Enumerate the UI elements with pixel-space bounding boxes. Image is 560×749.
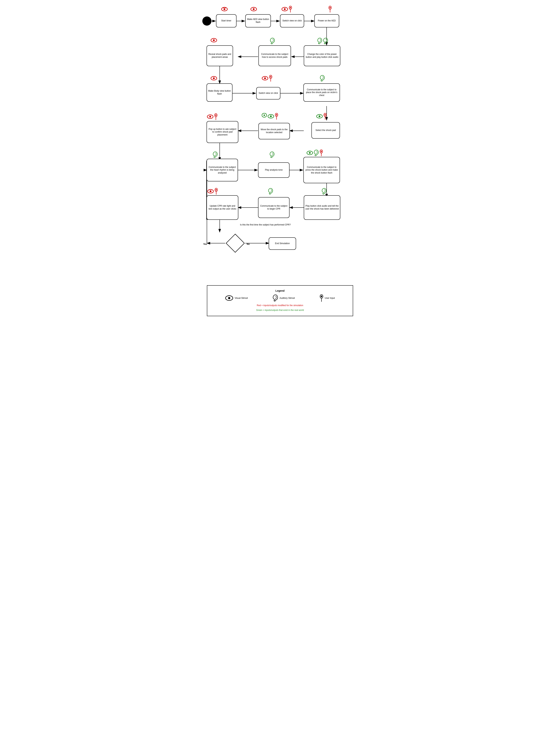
icons-n15 (270, 151, 275, 158)
svg-point-40 (253, 8, 254, 10)
svg-line-63 (213, 76, 213, 77)
node-make-aed-flash: Make AED view button flash (245, 14, 271, 27)
svg-point-66 (264, 77, 266, 79)
node-communicate-place-pads: Communicate to the subject to place the … (304, 83, 340, 102)
svg-line-76 (209, 115, 209, 115)
svg-point-123 (321, 296, 322, 297)
svg-line-58 (213, 38, 213, 39)
svg-line-59 (215, 38, 215, 39)
svg-marker-116 (226, 234, 244, 252)
icons-n9 (262, 75, 272, 82)
svg-line-38 (225, 7, 225, 7)
question-text: Is this the first time the subject has p… (210, 223, 320, 226)
node-popup-confirm-pads: Pop up button to ask subject to confirm … (206, 121, 238, 143)
svg-point-93 (318, 115, 320, 117)
node-reveal-shock-pads: Reveal shock pads and placement areas (206, 45, 233, 66)
diamond-shape (225, 233, 245, 253)
icons-n3 (282, 6, 292, 13)
icons-n16 (307, 150, 323, 156)
legend-visual: Visual Stimuli (225, 295, 248, 301)
svg-line-95 (318, 114, 319, 115)
icons-n5 (210, 38, 217, 42)
node-communicate-press-shock: Communicate to the subject to press the … (304, 157, 340, 183)
svg-point-109 (210, 190, 211, 192)
svg-point-82 (264, 114, 265, 116)
svg-point-53 (330, 7, 331, 8)
icons-n12 (262, 113, 278, 120)
svg-point-45 (284, 8, 286, 10)
node-end-simulation: End Simulation (269, 237, 296, 250)
node-select-shock-pad: Select the shock pad (311, 122, 340, 138)
icons-n18 (268, 188, 273, 195)
node-communicate-analyzing: Communicate to the subject the heart rhy… (206, 159, 238, 181)
svg-line-112 (211, 189, 211, 190)
node-make-body-flash: Make Body view button flash (206, 83, 232, 102)
svg-line-96 (320, 114, 320, 115)
svg-line-64 (215, 76, 215, 77)
node-change-color-power: Change the color of the power button and… (304, 45, 340, 66)
icons-n4 (329, 6, 332, 13)
icons-n17 (207, 188, 218, 195)
node-power-on-aed: Power on the AED (314, 14, 339, 27)
flowchart: Start timer Make AED view button flash S… (201, 4, 359, 282)
node-switch-view-2: Switch view on click (256, 87, 281, 100)
node-communicate-begin-cpr: Communicate to the subject to begin CPR (258, 197, 290, 218)
svg-line-42 (253, 7, 253, 7)
svg-point-85 (270, 115, 272, 117)
icons-n2 (250, 7, 257, 11)
node-communicate-access-pads: Communicate to the subject how to access… (259, 45, 291, 66)
svg-point-71 (270, 76, 271, 78)
legend-color-row: Red = inputs/outputs modified for the si… (213, 303, 347, 312)
svg-line-77 (211, 115, 211, 115)
diagram-container: Start timer Make AED view button flash S… (198, 0, 362, 323)
icons-n10 (320, 75, 325, 82)
legend-input: User Input (320, 294, 335, 302)
node-update-cpr-rate: Update CPR rate light and text output as… (206, 195, 238, 220)
svg-line-69 (266, 76, 266, 77)
legend-row-1: Visual Stimuli Auditory Stimuli User Inp… (213, 294, 347, 302)
node-play-shock-delivered: Play button click audio and tell the use… (304, 195, 340, 220)
icons-n8 (210, 76, 217, 81)
icons-n14 (213, 151, 218, 158)
svg-point-74 (209, 116, 211, 117)
svg-point-35 (224, 8, 225, 10)
node-play-analysis-tone: Play analysis tone (258, 163, 290, 178)
no-label: No (247, 243, 250, 245)
legend-title: Legend (213, 289, 347, 292)
svg-point-106 (321, 151, 322, 152)
svg-point-61 (213, 77, 215, 79)
icons-n7 (317, 38, 328, 44)
svg-point-56 (213, 39, 215, 41)
start-circle (202, 17, 211, 26)
node-switch-view-1: Switch view on click (280, 14, 304, 27)
icons-n11 (207, 113, 218, 120)
svg-point-101 (309, 152, 311, 154)
node-start-timer: Start timer (216, 14, 237, 27)
icons-n1 (221, 7, 228, 11)
svg-point-114 (216, 189, 217, 191)
svg-point-50 (290, 7, 291, 8)
svg-point-118 (228, 297, 230, 299)
svg-point-90 (276, 114, 277, 115)
node-move-shock-pads: Move the shock pads to the location sele… (259, 123, 290, 140)
icons-n19 (322, 188, 327, 195)
legend-box: Legend Visual Stimuli Auditory Stimuli (207, 285, 353, 316)
icons-n6 (270, 38, 275, 44)
svg-point-79 (215, 114, 217, 116)
svg-point-98 (324, 114, 326, 115)
legend-auditory: Auditory Stimuli (273, 294, 295, 302)
yes-label: Yes (203, 243, 207, 245)
icons-n13 (316, 113, 327, 120)
